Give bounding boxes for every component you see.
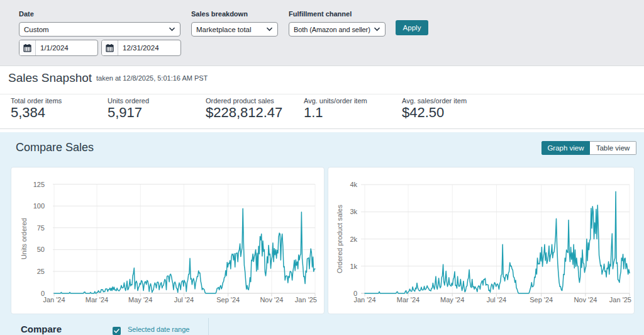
svg-text:Jan '24: Jan '24 [353,296,375,304]
svg-text:Nov '24: Nov '24 [260,296,283,304]
svg-text:125: 125 [33,181,45,188]
svg-text:Mar '24: Mar '24 [86,296,108,304]
svg-text:Ordered product sales: Ordered product sales [336,205,343,273]
svg-text:25: 25 [37,268,45,275]
svg-text:Jan '24: Jan '24 [43,296,65,304]
svg-text:75: 75 [37,224,45,232]
svg-text:Jul '24: Jul '24 [174,296,194,304]
svg-text:Jul '24: Jul '24 [487,296,506,304]
svg-text:50: 50 [37,246,45,253]
svg-text:Nov '24: Nov '24 [574,296,597,304]
svg-text:May '24: May '24 [440,296,464,304]
svg-text:Jan '25: Jan '25 [295,296,317,304]
svg-text:3k: 3k [350,208,357,215]
svg-text:100: 100 [33,202,45,210]
svg-text:2k: 2k [350,236,357,243]
svg-text:4k: 4k [350,181,357,188]
svg-text:Units ordered: Units ordered [20,218,28,259]
svg-text:Jan '25: Jan '25 [609,296,631,304]
svg-text:Sep '24: Sep '24 [530,296,553,304]
svg-text:Mar '24: Mar '24 [397,296,419,304]
svg-text:1k: 1k [350,263,357,270]
svg-text:May '24: May '24 [128,296,152,304]
svg-text:Sep '24: Sep '24 [216,296,240,304]
